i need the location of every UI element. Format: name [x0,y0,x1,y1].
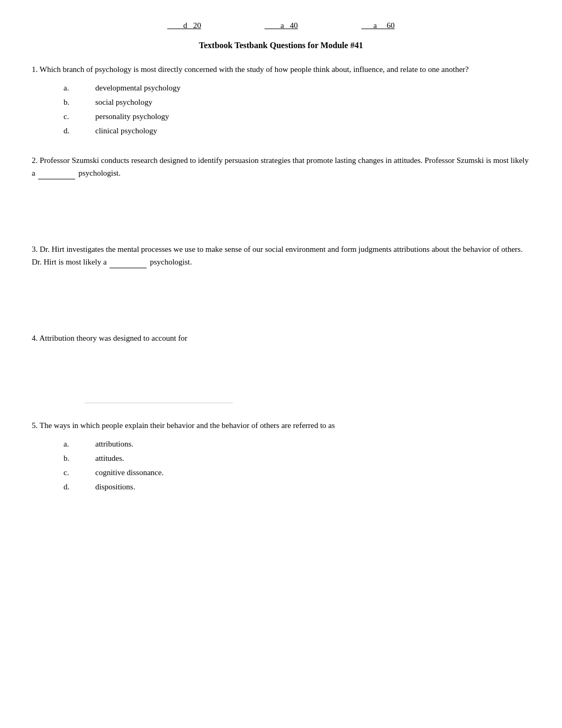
question-4: 4. Attribution theory was designed to ac… [32,332,530,403]
page-title: Textbook Testbank Questions for Module #… [32,41,530,50]
answer-text: social psychology [95,95,152,110]
answer-label: a. [64,437,74,451]
answer-label: b. [64,451,74,466]
question-5-answers: a. attributions. b. attitudes. c. cognit… [32,437,530,494]
question-1-text: 1. Which branch of psychology is most di… [32,63,530,76]
answer-text: dispositions. [95,480,135,494]
answer-label: d. [64,480,74,494]
answer-text: attitudes. [95,451,124,466]
list-item: d. dispositions. [64,480,530,494]
spacer-3 [32,274,530,316]
answer-label: c. [64,466,74,480]
spacer-2 [32,185,530,227]
list-item: b. attitudes. [64,451,530,466]
question-2: 2. Professor Szumski conducts research d… [32,154,530,227]
list-item: c. personality psychology [64,110,530,124]
answer-text: developmental psychology [95,81,180,95]
answer-text: personality psychology [95,110,169,124]
question-3: 3. Dr. Hirt investigates the mental proc… [32,243,530,316]
question-3-text: 3. Dr. Hirt investigates the mental proc… [32,243,530,268]
list-item: c. cognitive dissonance. [64,466,530,480]
list-item: a. developmental psychology [64,81,530,95]
question-5-text: 5. The ways in which people explain thei… [32,419,530,432]
list-item: b. social psychology [64,95,530,110]
nav-item-3: ___a__ 60 [361,21,395,30]
answer-text: clinical psychology [95,124,157,138]
nav-item-1: ____d_ 20 [167,21,201,30]
answer-text: attributions. [95,437,133,451]
answer-label: b. [64,95,74,110]
list-item: d. clinical psychology [64,124,530,138]
divider [85,403,233,403]
list-item: a. attributions. [64,437,530,451]
answer-label: a. [64,81,74,95]
spacer-4 [32,350,530,392]
top-nav: ____d_ 20 ____a_ 40 ___a__ 60 [32,21,530,30]
answer-text: cognitive dissonance. [95,466,164,480]
question-2-text: 2. Professor Szumski conducts research d… [32,154,530,179]
answer-label: c. [64,110,74,124]
answer-label: d. [64,124,74,138]
question-1: 1. Which branch of psychology is most di… [32,63,530,138]
question-5: 5. The ways in which people explain thei… [32,419,530,494]
nav-item-2: ____a_ 40 [265,21,298,30]
question-1-answers: a. developmental psychology b. social ps… [32,81,530,138]
question-4-text: 4. Attribution theory was designed to ac… [32,332,530,344]
